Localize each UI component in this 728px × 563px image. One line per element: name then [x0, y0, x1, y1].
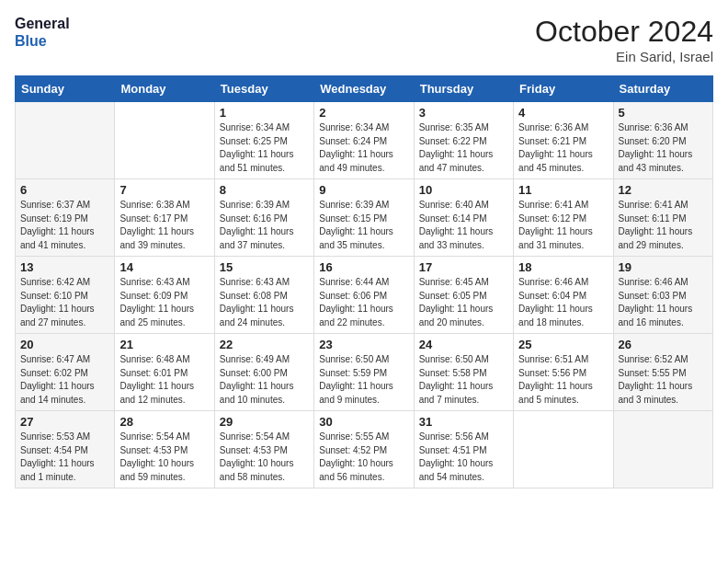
- day-number: 10: [419, 183, 508, 197]
- calendar-table: SundayMondayTuesdayWednesdayThursdayFrid…: [15, 75, 713, 488]
- header-cell-sunday: Sunday: [16, 76, 115, 102]
- logo-general: General: [15, 15, 70, 32]
- cell-info: Sunrise: 6:34 AM Sunset: 6:24 PM Dayligh…: [319, 121, 408, 175]
- cell-info: Sunrise: 6:40 AM Sunset: 6:14 PM Dayligh…: [419, 199, 508, 252]
- cell-info: Sunrise: 6:43 AM Sunset: 6:08 PM Dayligh…: [220, 276, 309, 329]
- day-number: 20: [20, 338, 109, 351]
- day-number: 7: [119, 183, 209, 197]
- calendar-cell: 10Sunrise: 6:40 AM Sunset: 6:14 PM Dayli…: [414, 179, 513, 257]
- calendar-cell: 12Sunrise: 6:41 AM Sunset: 6:11 PM Dayli…: [613, 179, 712, 257]
- calendar-cell: 31Sunrise: 5:56 AM Sunset: 4:51 PM Dayli…: [414, 411, 513, 488]
- cell-info: Sunrise: 6:50 AM Sunset: 5:59 PM Dayligh…: [319, 353, 408, 407]
- calendar-cell: 8Sunrise: 6:39 AM Sunset: 6:16 PM Daylig…: [214, 179, 313, 257]
- title-block: October 2024 Ein Sarid, Israel: [535, 15, 713, 64]
- location: Ein Sarid, Israel: [535, 49, 713, 64]
- page-header: General Blue General Blue October 2024 E…: [15, 15, 713, 64]
- cell-info: Sunrise: 6:39 AM Sunset: 6:16 PM Dayligh…: [220, 199, 309, 252]
- cell-info: Sunrise: 6:42 AM Sunset: 6:10 PM Dayligh…: [20, 276, 109, 329]
- calendar-cell: [16, 102, 115, 179]
- day-number: 21: [119, 338, 209, 351]
- day-number: 2: [319, 106, 408, 120]
- cell-info: Sunrise: 6:35 AM Sunset: 6:22 PM Dayligh…: [419, 121, 508, 175]
- calendar-cell: 16Sunrise: 6:44 AM Sunset: 6:06 PM Dayli…: [314, 257, 414, 334]
- cell-info: Sunrise: 5:55 AM Sunset: 4:52 PM Dayligh…: [319, 431, 408, 484]
- calendar-week-1: 6Sunrise: 6:37 AM Sunset: 6:19 PM Daylig…: [16, 179, 713, 257]
- cell-info: Sunrise: 6:43 AM Sunset: 6:09 PM Dayligh…: [119, 276, 209, 329]
- header-cell-tuesday: Tuesday: [214, 76, 313, 102]
- calendar-cell: 11Sunrise: 6:41 AM Sunset: 6:12 PM Dayli…: [514, 179, 613, 257]
- cell-info: Sunrise: 6:36 AM Sunset: 6:21 PM Dayligh…: [518, 121, 608, 175]
- calendar-cell: 7Sunrise: 6:38 AM Sunset: 6:17 PM Daylig…: [115, 179, 214, 257]
- cell-info: Sunrise: 6:46 AM Sunset: 6:03 PM Dayligh…: [619, 276, 708, 329]
- day-number: 5: [619, 106, 708, 120]
- calendar-cell: 22Sunrise: 6:49 AM Sunset: 6:00 PM Dayli…: [214, 334, 313, 411]
- day-number: 15: [220, 260, 309, 274]
- cell-info: Sunrise: 6:52 AM Sunset: 5:55 PM Dayligh…: [619, 353, 708, 407]
- cell-info: Sunrise: 5:54 AM Sunset: 4:53 PM Dayligh…: [220, 431, 309, 484]
- month-title: October 2024: [535, 15, 713, 49]
- calendar-body: 1Sunrise: 6:34 AM Sunset: 6:25 PM Daylig…: [16, 102, 713, 488]
- cell-info: Sunrise: 6:34 AM Sunset: 6:25 PM Dayligh…: [220, 121, 309, 175]
- calendar-cell: 5Sunrise: 6:36 AM Sunset: 6:20 PM Daylig…: [613, 102, 712, 179]
- calendar-cell: 14Sunrise: 6:43 AM Sunset: 6:09 PM Dayli…: [115, 257, 214, 334]
- cell-info: Sunrise: 6:46 AM Sunset: 6:04 PM Dayligh…: [518, 276, 608, 329]
- day-number: 31: [419, 415, 508, 429]
- cell-info: Sunrise: 6:39 AM Sunset: 6:15 PM Dayligh…: [319, 199, 408, 252]
- cell-info: Sunrise: 6:41 AM Sunset: 6:11 PM Dayligh…: [619, 199, 708, 252]
- day-number: 13: [20, 260, 109, 274]
- day-number: 27: [20, 415, 109, 429]
- logo-blue: Blue: [15, 32, 70, 50]
- day-number: 23: [319, 338, 408, 351]
- calendar-cell: 6Sunrise: 6:37 AM Sunset: 6:19 PM Daylig…: [16, 179, 115, 257]
- calendar-cell: 24Sunrise: 6:50 AM Sunset: 5:58 PM Dayli…: [414, 334, 513, 411]
- day-number: 29: [220, 415, 309, 429]
- calendar-cell: 15Sunrise: 6:43 AM Sunset: 6:08 PM Dayli…: [214, 257, 313, 334]
- calendar-cell: 2Sunrise: 6:34 AM Sunset: 6:24 PM Daylig…: [314, 102, 414, 179]
- cell-info: Sunrise: 5:54 AM Sunset: 4:53 PM Dayligh…: [119, 431, 209, 484]
- header-cell-monday: Monday: [115, 76, 214, 102]
- day-number: 25: [518, 338, 608, 351]
- calendar-week-4: 27Sunrise: 5:53 AM Sunset: 4:54 PM Dayli…: [16, 411, 713, 488]
- day-number: 11: [518, 183, 608, 197]
- cell-info: Sunrise: 6:38 AM Sunset: 6:17 PM Dayligh…: [119, 199, 209, 252]
- cell-info: Sunrise: 6:49 AM Sunset: 6:00 PM Dayligh…: [220, 353, 309, 407]
- calendar-cell: 30Sunrise: 5:55 AM Sunset: 4:52 PM Dayli…: [314, 411, 414, 488]
- cell-info: Sunrise: 6:51 AM Sunset: 5:56 PM Dayligh…: [518, 353, 608, 407]
- day-number: 19: [619, 260, 708, 274]
- calendar-cell: 21Sunrise: 6:48 AM Sunset: 6:01 PM Dayli…: [115, 334, 214, 411]
- cell-info: Sunrise: 6:44 AM Sunset: 6:06 PM Dayligh…: [319, 276, 408, 329]
- calendar-week-3: 20Sunrise: 6:47 AM Sunset: 6:02 PM Dayli…: [16, 334, 713, 411]
- day-number: 8: [220, 183, 309, 197]
- calendar-cell: 23Sunrise: 6:50 AM Sunset: 5:59 PM Dayli…: [314, 334, 414, 411]
- calendar-cell: 17Sunrise: 6:45 AM Sunset: 6:05 PM Dayli…: [414, 257, 513, 334]
- day-number: 24: [419, 338, 508, 351]
- cell-info: Sunrise: 5:53 AM Sunset: 4:54 PM Dayligh…: [20, 431, 109, 484]
- calendar-cell: 20Sunrise: 6:47 AM Sunset: 6:02 PM Dayli…: [16, 334, 115, 411]
- calendar-cell: [115, 102, 214, 179]
- day-number: 30: [319, 415, 408, 429]
- day-number: 12: [619, 183, 708, 197]
- cell-info: Sunrise: 6:37 AM Sunset: 6:19 PM Dayligh…: [20, 199, 109, 252]
- calendar-cell: 9Sunrise: 6:39 AM Sunset: 6:15 PM Daylig…: [314, 179, 414, 257]
- calendar-cell: 4Sunrise: 6:36 AM Sunset: 6:21 PM Daylig…: [514, 102, 613, 179]
- calendar-cell: 25Sunrise: 6:51 AM Sunset: 5:56 PM Dayli…: [514, 334, 613, 411]
- day-number: 16: [319, 260, 408, 274]
- calendar-cell: 19Sunrise: 6:46 AM Sunset: 6:03 PM Dayli…: [613, 257, 712, 334]
- day-number: 18: [518, 260, 608, 274]
- day-number: 6: [20, 183, 109, 197]
- day-number: 3: [419, 106, 508, 120]
- calendar-cell: [514, 411, 613, 488]
- header-cell-saturday: Saturday: [613, 76, 712, 102]
- calendar-week-0: 1Sunrise: 6:34 AM Sunset: 6:25 PM Daylig…: [16, 102, 713, 179]
- cell-info: Sunrise: 6:50 AM Sunset: 5:58 PM Dayligh…: [419, 353, 508, 407]
- calendar-cell: 13Sunrise: 6:42 AM Sunset: 6:10 PM Dayli…: [16, 257, 115, 334]
- calendar-cell: 3Sunrise: 6:35 AM Sunset: 6:22 PM Daylig…: [414, 102, 513, 179]
- day-number: 17: [419, 260, 508, 274]
- calendar-week-2: 13Sunrise: 6:42 AM Sunset: 6:10 PM Dayli…: [16, 257, 713, 334]
- cell-info: Sunrise: 6:48 AM Sunset: 6:01 PM Dayligh…: [119, 353, 209, 407]
- calendar-header-row: SundayMondayTuesdayWednesdayThursdayFrid…: [16, 76, 713, 102]
- cell-info: Sunrise: 5:56 AM Sunset: 4:51 PM Dayligh…: [419, 431, 508, 484]
- calendar-cell: 26Sunrise: 6:52 AM Sunset: 5:55 PM Dayli…: [613, 334, 712, 411]
- header-cell-wednesday: Wednesday: [314, 76, 414, 102]
- header-cell-friday: Friday: [514, 76, 613, 102]
